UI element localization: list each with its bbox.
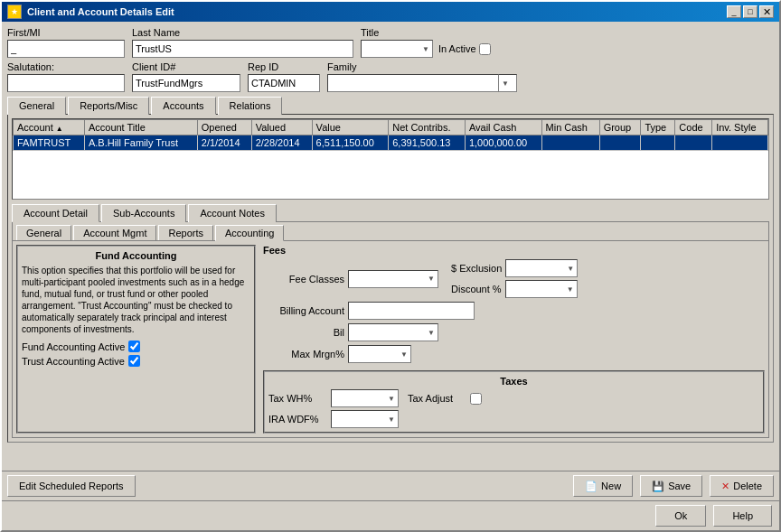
help-button[interactable]: Help [713, 505, 772, 527]
sub-tab-account-notes[interactable]: Account Notes [188, 204, 277, 222]
col-net-contribs[interactable]: Net Contribs. [389, 120, 466, 135]
tax-wh-row: Tax WH% ▼ Tax Adjust [268, 389, 759, 407]
cell-group [599, 135, 641, 151]
title-bar-left: ★ Client and Account Details Edit [7, 5, 174, 19]
help-label: Help [732, 510, 753, 521]
rep-id-input[interactable] [248, 74, 320, 92]
col-account-title[interactable]: Account Title [84, 120, 197, 135]
fees-title: Fees [263, 245, 765, 256]
tax-adjust-checkbox[interactable] [470, 393, 482, 405]
col-account[interactable]: Account ▲ [14, 120, 85, 135]
ira-wdf-label: IRA WDF% [268, 414, 327, 425]
tax-wh-label: Tax WH% [268, 393, 327, 404]
save-label: Save [668, 481, 691, 491]
exclusion-dropdown[interactable]: ▼ [505, 259, 578, 277]
max-mrgn-label: Max Mrgn% [263, 349, 344, 359]
first-mi-label: First/MI [7, 27, 125, 38]
family-label: Family [327, 61, 517, 72]
client-id-group: Client ID# [132, 61, 240, 92]
maximize-button[interactable]: □ [743, 5, 757, 18]
cell-inv-style [712, 135, 768, 151]
col-code[interactable]: Code [675, 120, 712, 135]
edit-scheduled-reports-button[interactable]: Edit Scheduled Reports [7, 475, 136, 497]
sub-tab-sub-accounts[interactable]: Sub-Accounts [101, 204, 186, 222]
family-dropdown[interactable]: ▼ [499, 74, 517, 92]
fee-classes-dropdown[interactable]: ▼ [348, 270, 438, 288]
col-avail-cash[interactable]: Avail Cash [465, 120, 541, 135]
col-opened[interactable]: Opened [197, 120, 251, 135]
exclusion-row: $ Exclusion ▼ [451, 259, 765, 277]
cell-value: 6,511,150.00 [312, 135, 389, 151]
sub-tab-account-detail[interactable]: Account Detail [12, 204, 99, 222]
fund-accounting-box: Fund Accounting This option specifies th… [16, 245, 256, 434]
tax-wh-dropdown[interactable]: ▼ [331, 389, 399, 407]
inner-tab-accounting[interactable]: Accounting [215, 225, 284, 241]
col-inv-style[interactable]: Inv. Style [712, 120, 768, 135]
billing-label: Bil [263, 327, 344, 338]
billing-row: Bil ▼ [263, 323, 765, 341]
col-group[interactable]: Group [599, 120, 641, 135]
billing-account-input[interactable] [348, 302, 475, 320]
sub-tab-row: Account Detail Sub-Accounts Account Note… [12, 203, 769, 221]
inactive-checkbox[interactable] [479, 43, 491, 55]
table-row[interactable]: FAMTRUST A.B.Hill Family Trust 2/1/2014 … [14, 135, 768, 151]
col-min-cash[interactable]: Min Cash [541, 120, 599, 135]
ira-wdf-dropdown[interactable]: ▼ [331, 410, 399, 428]
title-bar: ★ Client and Account Details Edit _ □ ✕ [2, 2, 779, 22]
right-fees: $ Exclusion ▼ Discount % [451, 259, 765, 298]
fund-accounting-description: This option specifies that this portfoli… [22, 265, 250, 335]
cell-title: A.B.Hill Family Trust [84, 135, 197, 151]
second-form-row: Salutation: Client ID# Rep ID Family [7, 61, 774, 92]
main-content: First/MI Last Name Title ▼ In Active [2, 22, 779, 469]
max-mrgn-dropdown[interactable]: ▼ [348, 345, 411, 363]
family-input[interactable] [327, 74, 499, 92]
billing-dropdown[interactable]: ▼ [348, 323, 438, 341]
action-buttons: 📄 New 💾 Save ✕ Delete [573, 475, 774, 497]
last-name-label: Last Name [132, 27, 353, 38]
fund-active-checkbox[interactable] [128, 341, 140, 352]
inner-tab-account-mgmt[interactable]: Account Mgmt [73, 225, 156, 241]
ok-label: Ok [674, 510, 687, 521]
fund-active-row: Fund Accounting Active [22, 341, 250, 352]
trust-active-checkbox[interactable] [128, 355, 140, 367]
billing-account-label: Billing Account [263, 305, 344, 316]
tab-reports-misc[interactable]: Reports/Misc [68, 97, 149, 115]
cell-account: FAMTRUST [14, 135, 85, 151]
rep-id-label: Rep ID [248, 61, 320, 72]
first-mi-group: First/MI [7, 27, 125, 58]
discount-dropdown[interactable]: ▼ [505, 280, 578, 298]
family-group: Family ▼ [327, 61, 517, 92]
salutation-input[interactable] [7, 74, 125, 92]
first-mi-input[interactable] [7, 40, 125, 58]
cell-opened: 2/1/2014 [197, 135, 251, 151]
taxes-title: Taxes [268, 376, 759, 387]
tab-relations[interactable]: Relations [218, 97, 283, 115]
exclusion-label: $ Exclusion [451, 263, 502, 274]
col-valued[interactable]: Valued [251, 120, 312, 135]
new-button[interactable]: 📄 New [573, 475, 633, 497]
close-button[interactable]: ✕ [759, 5, 774, 18]
cell-valued: 2/28/2014 [251, 135, 312, 151]
client-id-label: Client ID# [132, 61, 240, 72]
last-name-input[interactable] [132, 40, 353, 58]
tab-accounts[interactable]: Accounts [151, 97, 215, 115]
delete-button[interactable]: ✕ Delete [710, 475, 774, 497]
col-type[interactable]: Type [641, 120, 675, 135]
inner-tab-general[interactable]: General [16, 225, 71, 241]
inner-tab-reports[interactable]: Reports [158, 225, 213, 241]
client-id-input[interactable] [132, 74, 240, 92]
ok-button[interactable]: Ok [655, 505, 706, 527]
tab-general[interactable]: General [7, 97, 66, 115]
title-dropdown[interactable]: ▼ [361, 40, 433, 58]
billing-account-row: Billing Account [263, 302, 765, 320]
inactive-label: In Active [438, 43, 476, 54]
save-button[interactable]: 💾 Save [640, 475, 702, 497]
delete-label: Delete [733, 481, 762, 491]
fee-classes-row: Fee Classes ▼ $ Exclusion ▼ [263, 259, 765, 298]
main-window: ★ Client and Account Details Edit _ □ ✕ … [0, 0, 781, 532]
save-icon: 💾 [652, 481, 664, 492]
col-value[interactable]: Value [312, 120, 389, 135]
taxes-box: Taxes Tax WH% ▼ Tax Adjust [263, 370, 765, 434]
minimize-button[interactable]: _ [727, 5, 741, 18]
new-icon: 📄 [585, 481, 598, 492]
